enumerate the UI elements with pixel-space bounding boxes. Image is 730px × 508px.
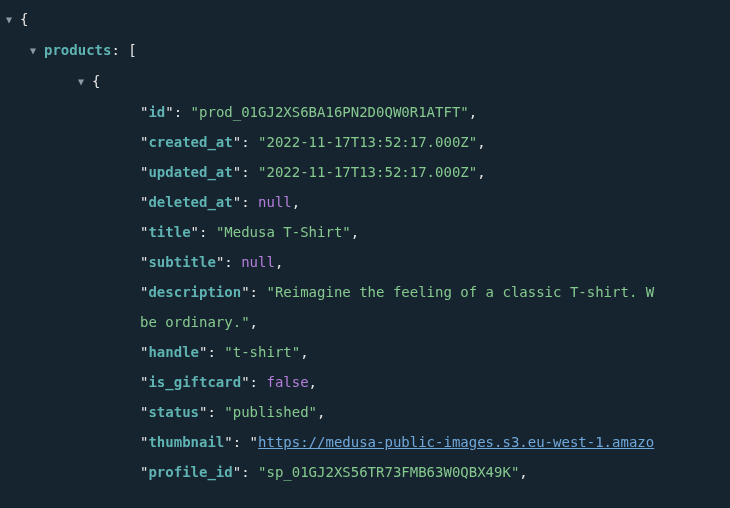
field-id: "id": "prod_01GJ2XS6BA16PN2D0QW0R1ATFT", <box>0 97 730 127</box>
field-subtitle: "subtitle": null, <box>0 247 730 277</box>
json-value: "prod_01GJ2XS6BA16PN2D0QW0R1ATFT" <box>191 104 469 120</box>
json-value: "published" <box>224 404 317 420</box>
field-is-giftcard: "is_giftcard": false, <box>0 367 730 397</box>
json-key: products <box>44 42 111 58</box>
field-deleted-at: "deleted_at": null, <box>0 187 730 217</box>
field-profile-id: "profile_id": "sp_01GJ2XS56TR73FMB63W0QB… <box>0 457 730 487</box>
json-value: false <box>266 374 308 390</box>
field-description-cont: be ordinary.", <box>0 307 730 337</box>
json-value: "Reimagine the feeling of a classic T-sh… <box>266 284 654 300</box>
field-updated-at: "updated_at": "2022-11-17T13:52:17.000Z"… <box>0 157 730 187</box>
json-value: "t-shirt" <box>224 344 300 360</box>
field-thumbnail: "thumbnail": "https://medusa-public-imag… <box>0 427 730 457</box>
field-handle: "handle": "t-shirt", <box>0 337 730 367</box>
json-value: be ordinary." <box>140 314 250 330</box>
chevron-down-icon[interactable]: ▼ <box>6 5 20 35</box>
field-status: "status": "published", <box>0 397 730 427</box>
chevron-down-icon[interactable]: ▼ <box>78 67 92 97</box>
products-key-line: ▼products: [ <box>0 35 730 66</box>
json-value: "2022-11-17T13:52:17.000Z" <box>258 134 477 150</box>
json-value: "sp_01GJ2XS56TR73FMB63W0QBX49K" <box>258 464 519 480</box>
array-item-open: ▼{ <box>0 66 730 97</box>
field-title: "title": "Medusa T-Shirt", <box>0 217 730 247</box>
field-description: "description": "Reimagine the feeling of… <box>0 277 730 307</box>
thumbnail-link[interactable]: https://medusa-public-images.s3.eu-west-… <box>258 434 654 450</box>
json-viewer: ▼{ ▼products: [ ▼{ "id": "prod_01GJ2XS6B… <box>0 0 730 487</box>
root-open: ▼{ <box>0 4 730 35</box>
json-value: "2022-11-17T13:52:17.000Z" <box>258 164 477 180</box>
chevron-down-icon[interactable]: ▼ <box>30 36 44 66</box>
json-value: null <box>258 194 292 210</box>
json-value: null <box>241 254 275 270</box>
json-value: "Medusa T-Shirt" <box>216 224 351 240</box>
field-created-at: "created_at": "2022-11-17T13:52:17.000Z"… <box>0 127 730 157</box>
